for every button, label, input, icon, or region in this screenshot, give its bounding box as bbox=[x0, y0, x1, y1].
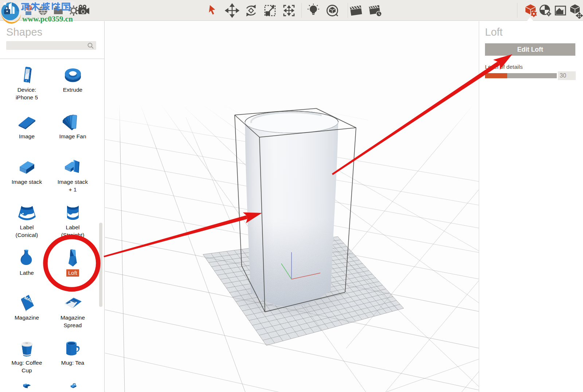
svg-text:www.pc0359.cn: www.pc0359.cn bbox=[22, 15, 73, 23]
